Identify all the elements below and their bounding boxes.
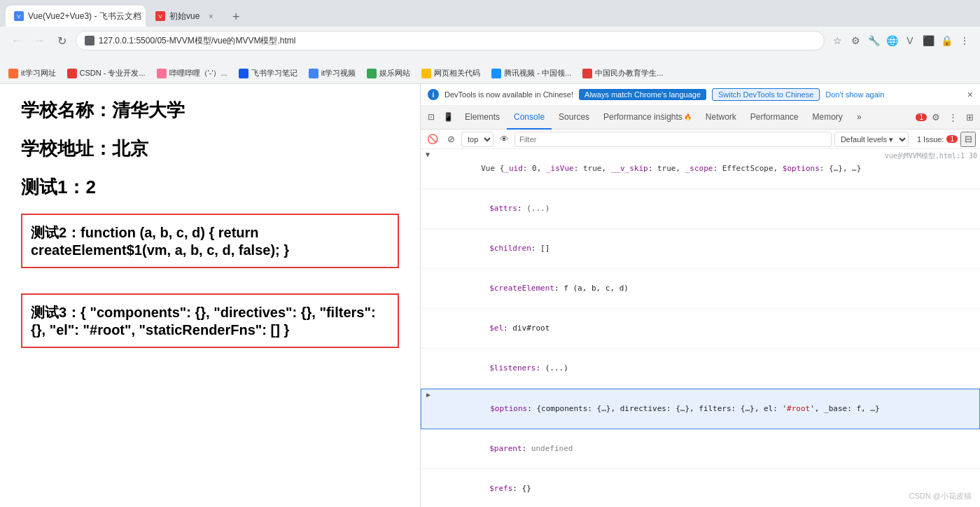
- tab-sources[interactable]: Sources: [552, 106, 596, 130]
- console-log: ▼ Vue {_uid: 0, _isVue: true, __v_skip: …: [421, 149, 980, 507]
- devtools-panel: i DevTools is now available in Chinese! …: [420, 84, 980, 507]
- tab-more[interactable]: »: [850, 106, 869, 130]
- levels-select[interactable]: Default levels ▾: [834, 132, 909, 147]
- extension-icon4[interactable]: V: [903, 34, 917, 48]
- extension-icon1[interactable]: ⚙: [848, 34, 862, 48]
- tab-network[interactable]: Network: [699, 106, 743, 130]
- pause-button[interactable]: ⊘: [443, 132, 458, 147]
- log-line-attrs: $attrs: (...): [421, 189, 980, 229]
- clear-console-button[interactable]: 🚫: [425, 132, 440, 147]
- log-line-children: $children: []: [421, 229, 980, 269]
- devtools-icon-device[interactable]: 📱: [439, 106, 458, 130]
- url-bar[interactable]: 127.0.0.1:5500/05-MVVM模型/vue的MVVM模型.html: [76, 31, 825, 50]
- test2: 测试2：function (a, b, c, d) { return creat…: [21, 214, 399, 268]
- watermark: CSDN @小花皮猫: [909, 491, 972, 501]
- url-text: 127.0.0.1:5500/05-MVVM模型/vue的MVVM模型.html: [99, 35, 295, 47]
- tab-favicon-1: V: [14, 11, 24, 21]
- tab-vue-docs[interactable]: V Vue(Vue2+Vue3) - 飞书云文档 ×: [6, 6, 146, 27]
- extension-icon6[interactable]: 🔒: [939, 34, 953, 48]
- lock-icon: [85, 36, 94, 46]
- bookmark-code[interactable]: 网页相关代码: [421, 68, 480, 78]
- switch-chinese-button[interactable]: Switch DevTools to Chinese: [712, 88, 820, 101]
- line-num-root[interactable]: vue的MVVM模型.html:1 30: [879, 150, 977, 162]
- devtools-icon-inspect[interactable]: ⊡: [424, 106, 439, 130]
- school-address: 学校地址：北京: [21, 137, 399, 161]
- tab-close-2[interactable]: ×: [205, 11, 216, 22]
- expand-arrow-root[interactable]: ▼: [424, 151, 432, 159]
- forward-button[interactable]: →: [31, 32, 48, 49]
- context-select[interactable]: top: [461, 132, 493, 147]
- match-language-button[interactable]: Always match Chrome's language: [579, 89, 706, 100]
- expand-arrow-options[interactable]: ▶: [424, 391, 433, 399]
- log-line-createelement: $createElement: f (a, b, c, d): [421, 269, 980, 309]
- tab-memory[interactable]: Memory: [806, 106, 850, 130]
- devtools-settings-icon[interactable]: ⚙: [928, 110, 944, 125]
- bookmark-it[interactable]: it学习网址: [8, 68, 56, 78]
- tab-elements[interactable]: Elements: [458, 106, 507, 130]
- log-line-refs: $refs: {}: [421, 469, 980, 507]
- test1: 测试1：2: [21, 175, 399, 200]
- tab-performance[interactable]: Performance: [743, 106, 806, 130]
- bookmark-bilibili[interactable]: 哔哩哔哩（'-'）...: [157, 68, 227, 78]
- log-line-options[interactable]: ▶ $options: {components: {…}, directives…: [421, 389, 980, 429]
- issue-badge-area: 1 Issue: 1: [917, 135, 958, 144]
- tab-initial-vue[interactable]: V 初始vue ×: [147, 6, 225, 27]
- bookmark-entertainment[interactable]: 娱乐网站: [367, 68, 410, 78]
- main-area: 学校名称：清华大学 学校地址：北京 测试1：2 测试2：function (a,…: [0, 84, 980, 507]
- tab-bar: V Vue(Vue2+Vue3) - 飞书云文档 × V 初始vue × +: [0, 0, 980, 27]
- tab-favicon-2: V: [155, 11, 165, 21]
- notification-close[interactable]: ×: [967, 89, 973, 100]
- test3: 测试3：{ "components": {}, "directives": {}…: [21, 293, 399, 348]
- toolbar-icons: ☆ ⚙ 🔧 🌐 V ⬛ 🔒 ⋮: [830, 34, 972, 48]
- devtools-notification: i DevTools is now available in Chinese! …: [421, 84, 980, 106]
- tab-performance-insights[interactable]: Performance insights 🔥: [596, 106, 699, 130]
- devtools-toolbar: 🚫 ⊘ top 👁 Default levels ▾ 1 Issue: 1 ⊟: [421, 130, 980, 149]
- console-badge: 1: [916, 113, 927, 121]
- dont-show-button[interactable]: Don't show again: [825, 90, 884, 99]
- devtools-dock-icon[interactable]: ⊞: [962, 110, 977, 125]
- back-button[interactable]: ←: [8, 32, 25, 49]
- bookmarks-bar: it学习网址 CSDN - 专业开发... 哔哩哔哩（'-'）... 飞书学习笔…: [0, 63, 980, 84]
- address-bar: ← → ↻ 127.0.0.1:5500/05-MVVM模型/vue的MVVM模…: [0, 27, 980, 55]
- tab-label-2: 初始vue: [169, 11, 200, 22]
- extension-icon5[interactable]: ⬛: [921, 34, 935, 48]
- sidebar-toggle-button[interactable]: ⊟: [960, 132, 976, 147]
- bookmark-feishu[interactable]: 飞书学习笔记: [239, 68, 298, 78]
- extension-icon3[interactable]: 🌐: [885, 34, 899, 48]
- devtools-tabs-bar: ⊡ 📱 Elements Console Sources Performance…: [421, 106, 980, 130]
- info-icon: i: [428, 89, 439, 100]
- eye-button[interactable]: 👁: [496, 132, 512, 147]
- page-content: 学校名称：清华大学 学校地址：北京 测试1：2 测试2：function (a,…: [0, 84, 420, 507]
- add-tab-button[interactable]: +: [226, 7, 246, 27]
- school-name: 学校名称：清华大学: [21, 98, 399, 123]
- bookmark-video[interactable]: it学习视频: [309, 68, 356, 78]
- log-line-parent: $parent: undefined: [421, 429, 980, 469]
- log-line-vue-root[interactable]: ▼ Vue {_uid: 0, _isVue: true, __v_skip: …: [421, 149, 980, 189]
- tab-console[interactable]: Console: [507, 106, 552, 130]
- refresh-button[interactable]: ↻: [53, 32, 70, 49]
- tab-label-1: Vue(Vue2+Vue3) - 飞书云文档: [28, 11, 141, 22]
- notif-text: DevTools is now available in Chinese!: [444, 90, 573, 99]
- bookmark-icon[interactable]: ☆: [830, 34, 844, 48]
- menu-icon[interactable]: ⋮: [958, 34, 972, 48]
- issue-label: 1 Issue:: [917, 135, 944, 144]
- log-line-listeners: $listeners: (...): [421, 349, 980, 389]
- devtools-more-icon[interactable]: ⋮: [945, 110, 960, 125]
- bookmark-csdn[interactable]: CSDN - 专业开发...: [67, 68, 146, 78]
- bookmark-tencent[interactable]: 腾讯视频 - 中国领...: [491, 68, 571, 78]
- log-line-el: $el: div#root: [421, 309, 980, 349]
- extension-icon2[interactable]: 🔧: [867, 34, 881, 48]
- issue-count-badge: 1: [946, 135, 958, 143]
- browser-chrome: V Vue(Vue2+Vue3) - 飞书云文档 × V 初始vue × + ←…: [0, 0, 980, 63]
- bookmark-education[interactable]: 中国民办教育学生...: [582, 68, 663, 78]
- filter-input[interactable]: [514, 132, 832, 147]
